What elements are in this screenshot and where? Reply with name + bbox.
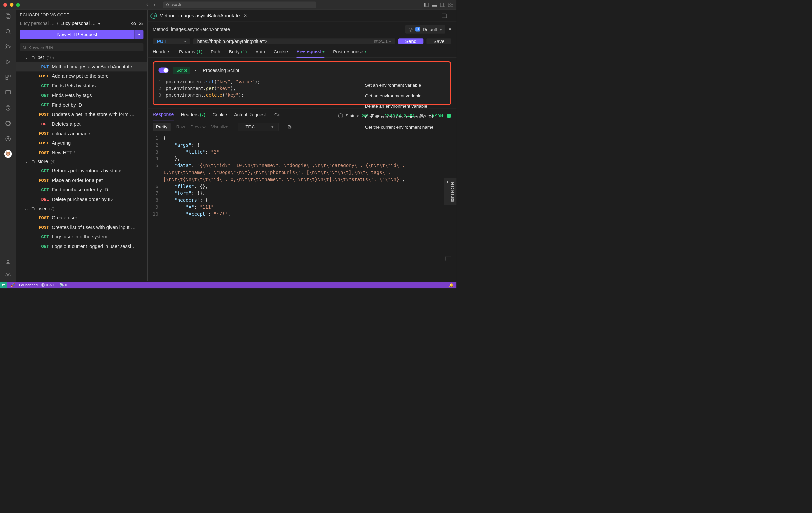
back-icon[interactable] xyxy=(145,2,150,7)
tree-item[interactable]: PUT Method: images.asyncBatchAnnotate xyxy=(16,62,147,72)
toggle-primary-sidebar-icon[interactable] xyxy=(424,3,429,7)
command-center-search[interactable]: Search xyxy=(163,1,316,8)
tree-item[interactable]: POST uploads an image xyxy=(16,129,147,138)
sidebar-more-icon[interactable]: ⋯ xyxy=(139,12,143,18)
options-icon[interactable]: ≡ xyxy=(448,27,451,32)
run-debug-icon[interactable] xyxy=(4,58,11,65)
remote-explorer-icon[interactable] xyxy=(4,89,11,96)
accounts-icon[interactable] xyxy=(4,259,11,266)
workspace-breadcrumb[interactable]: Lucy personal … / Lucy personal … ▾ xyxy=(16,19,147,27)
view-visualize[interactable]: Visualize xyxy=(211,124,228,129)
tree-item[interactable]: POST Creates list of users with given in… xyxy=(16,223,147,232)
test-results-tab[interactable]: « Test results xyxy=(444,178,457,205)
tree-item[interactable]: GET Logs user into the system xyxy=(16,232,147,242)
more-actions-icon[interactable]: ⋯ xyxy=(450,14,453,18)
problems-button[interactable]: ⓧ 0 ⚠ 0 xyxy=(41,282,55,288)
tab-body[interactable]: Body (1) xyxy=(229,49,247,57)
explorer-icon[interactable] xyxy=(4,12,11,20)
tab-response-cookie[interactable]: Cookie xyxy=(212,112,227,120)
script-enabled-toggle[interactable] xyxy=(158,68,168,74)
maximize-panel-icon[interactable] xyxy=(445,256,452,261)
snippet-helper-item[interactable]: Delete an environment variable xyxy=(365,104,453,109)
more-tabs-icon[interactable]: ⋯ xyxy=(287,113,292,118)
snippet-helper-item[interactable]: Get the current environment's URL xyxy=(365,114,453,119)
tree-item[interactable]: POST Place an order for a pet xyxy=(16,176,147,185)
tab-headers[interactable]: Headers xyxy=(153,49,170,57)
forward-icon[interactable] xyxy=(152,2,157,7)
tree-item[interactable]: GET Finds Pets by status xyxy=(16,81,147,91)
chevron-down-icon[interactable]: ▾ xyxy=(195,69,196,73)
tree-item[interactable]: POST Anything xyxy=(16,138,147,148)
save-button[interactable]: Save xyxy=(426,38,451,44)
tree-item[interactable]: GET Find purchase order by ID xyxy=(16,185,147,195)
tab-actual-request[interactable]: Actual Request xyxy=(234,112,267,120)
tree-item[interactable]: POST Updates a pet in the store with for… xyxy=(16,110,147,119)
copy-icon[interactable] xyxy=(287,125,292,130)
method-selector[interactable]: PUT ▾ xyxy=(153,38,190,44)
chevron-down-icon[interactable]: ▾ xyxy=(98,21,100,26)
tab-response[interactable]: Response xyxy=(153,112,174,120)
new-http-request-button[interactable]: New HTTP Request xyxy=(20,30,135,39)
response-body[interactable]: 12345678910 { "args": { "title": "2" }, … xyxy=(147,134,457,282)
toggle-panel-icon[interactable] xyxy=(432,3,437,7)
tab-auth[interactable]: Auth xyxy=(255,49,265,57)
tab-co[interactable]: Co xyxy=(274,112,280,120)
tab-path[interactable]: Path xyxy=(211,49,221,57)
url-input[interactable]: https://httpbin.org/anything?title=2 htt… xyxy=(193,38,395,44)
tree-group-user[interactable]: ⌄ user (7) xyxy=(16,204,147,213)
view-preview[interactable]: Preview xyxy=(191,124,206,129)
split-editor-icon[interactable] xyxy=(441,14,446,18)
tab-params[interactable]: Params (1) xyxy=(179,49,202,57)
cloud-down-icon[interactable] xyxy=(131,21,136,25)
script-type-badge[interactable]: Script xyxy=(173,67,190,74)
new-request-dropdown[interactable]: ▾ xyxy=(135,30,143,39)
minimize-window[interactable] xyxy=(10,3,13,7)
search-activity-icon[interactable] xyxy=(4,28,11,35)
globe-icon[interactable] xyxy=(338,113,343,118)
tree-item[interactable]: GET Logs out current logged in user sess… xyxy=(16,242,147,251)
tree-group-store[interactable]: ⌄ store (4) xyxy=(16,157,147,166)
drag-handle-icon[interactable]: ⠿ xyxy=(153,114,156,118)
view-pretty[interactable]: Pretty xyxy=(153,123,171,131)
customize-layout-icon[interactable] xyxy=(448,3,454,7)
cloud-up-icon[interactable] xyxy=(139,21,144,25)
send-button[interactable]: Send xyxy=(398,38,423,44)
close-tab-icon[interactable]: ✕ xyxy=(244,13,247,18)
tree-item[interactable]: POST Add a new pet to the store xyxy=(16,72,147,81)
tree-group-pet[interactable]: ⌄ pet (10) xyxy=(16,53,147,62)
tree-item[interactable]: GET Find pet by ID xyxy=(16,100,147,110)
view-raw[interactable]: Raw xyxy=(176,124,185,129)
environment-selector[interactable]: ◎ D Default ▾ xyxy=(405,25,445,33)
ports-button[interactable]: 📡 0 xyxy=(59,283,67,287)
encoding-selector[interactable]: UTF-8 ▾ xyxy=(238,123,278,131)
snippet-helper-item[interactable]: Set an environment variable xyxy=(365,83,453,88)
extensions-icon[interactable] xyxy=(4,74,11,81)
snippet-helper-item[interactable]: Get the current environment name xyxy=(365,125,453,130)
tree-item[interactable]: POST Create user xyxy=(16,213,147,223)
timer-icon[interactable] xyxy=(4,104,11,112)
launchpad-button[interactable]: Launchpad xyxy=(19,283,37,288)
tree-item[interactable]: GET Finds Pets by tags xyxy=(16,91,147,100)
rocket-icon[interactable]: 🚀 xyxy=(11,283,15,287)
tab-pre-request[interactable]: Pre-request xyxy=(297,49,325,58)
remote-indicator[interactable]: ⇄ xyxy=(0,282,7,289)
pacman-icon[interactable] xyxy=(4,119,11,127)
tab-title[interactable]: Method: images.asyncBatchAnnotate xyxy=(160,12,240,18)
notifications-icon[interactable]: 🔔 xyxy=(449,283,454,287)
tab-response-headers[interactable]: Headers (7) xyxy=(181,112,205,120)
tree-item[interactable]: DEL Deletes a pet xyxy=(16,119,147,129)
close-window[interactable] xyxy=(3,3,7,7)
snippet-helper-item[interactable]: Get an environment variable xyxy=(365,93,453,99)
tree-item[interactable]: POST New HTTP xyxy=(16,148,147,158)
tab-post-response[interactable]: Post-response xyxy=(333,49,367,57)
echoapi-icon[interactable]: 🦉 xyxy=(4,150,11,158)
bolt-icon[interactable] xyxy=(4,135,11,142)
toggle-secondary-sidebar-icon[interactable] xyxy=(440,3,445,7)
settings-gear-icon[interactable] xyxy=(4,272,11,279)
source-control-icon[interactable] xyxy=(4,43,11,50)
tree-item[interactable]: DEL Delete purchase order by ID xyxy=(16,195,147,204)
sidebar-search-input[interactable]: Keyword/URL xyxy=(20,43,144,52)
tree-item[interactable]: GET Returns pet inventories by status xyxy=(16,166,147,176)
maximize-window[interactable] xyxy=(16,3,20,7)
tab-cookie[interactable]: Cookie xyxy=(273,49,288,57)
